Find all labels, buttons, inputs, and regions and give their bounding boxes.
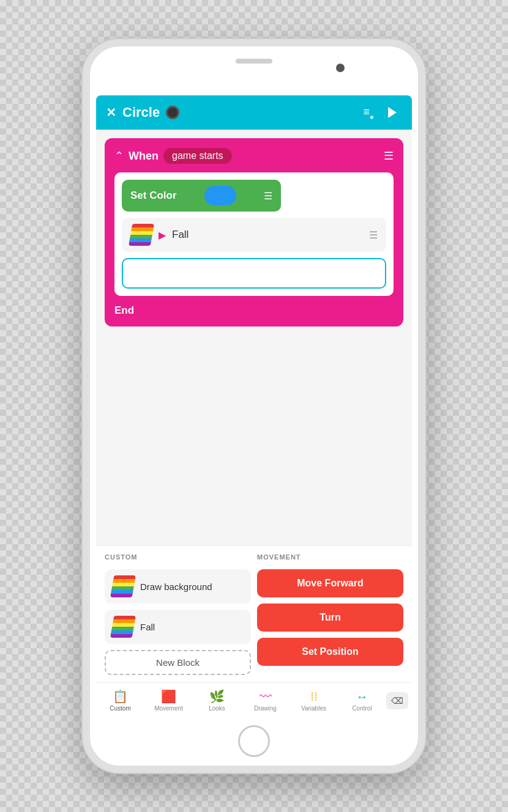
top-bar-left: ✕ Circle bbox=[106, 105, 179, 120]
fall-custom-icon bbox=[110, 616, 136, 638]
set-position-button[interactable]: Set Position bbox=[257, 638, 403, 666]
when-header: ⌃ When game starts ☰ bbox=[114, 148, 394, 164]
delete-button[interactable]: ⌫ bbox=[386, 692, 408, 709]
blocks-grid: CUSTOM Draw background bbox=[96, 546, 412, 682]
top-bar: ✕ Circle ≡◉ bbox=[96, 95, 412, 130]
set-color-label: Set Color bbox=[130, 190, 177, 202]
end-label: End bbox=[114, 304, 394, 317]
home-button[interactable] bbox=[238, 725, 270, 757]
tab-control[interactable]: ↔ Control bbox=[338, 687, 386, 714]
when-block: ⌃ When game starts ☰ Set Color ☰ bbox=[105, 138, 403, 327]
phone-bottom bbox=[90, 717, 418, 766]
script-area: ⌃ When game starts ☰ Set Color ☰ bbox=[96, 130, 412, 545]
fall-block[interactable]: ▶ Fall ☰ bbox=[122, 218, 386, 252]
phone-top bbox=[90, 46, 418, 95]
movement-col: MOVEMENT Move Forward Turn Set Position bbox=[257, 553, 403, 675]
draw-background-block[interactable]: Draw background bbox=[105, 569, 251, 603]
color-oval[interactable] bbox=[204, 186, 236, 205]
new-block-button[interactable]: New Block bbox=[105, 650, 251, 675]
fall-custom-block[interactable]: Fall bbox=[105, 610, 251, 644]
when-header-left: ⌃ When game starts bbox=[114, 148, 232, 164]
variables-tab-icon: ⁞⁞ bbox=[310, 689, 318, 704]
list-icon[interactable]: ≡◉ bbox=[363, 106, 374, 120]
speaker bbox=[236, 59, 272, 64]
turn-button[interactable]: Turn bbox=[257, 603, 403, 632]
custom-section-label: CUSTOM bbox=[105, 553, 251, 561]
when-label: When bbox=[129, 150, 159, 163]
page-title: Circle bbox=[122, 105, 160, 120]
blocks-container: Set Color ☰ bbox=[114, 172, 394, 296]
game-starts-pill[interactable]: game starts bbox=[163, 148, 232, 164]
top-bar-right: ≡◉ bbox=[363, 103, 402, 122]
tab-bar: 📋 Custom 🟥 Movement 🌿 Looks 〰 Drawing ⁞⁞ bbox=[96, 682, 412, 717]
looks-tab-label: Looks bbox=[209, 705, 225, 712]
movement-tab-icon: 🟥 bbox=[161, 689, 176, 704]
fall-block-left: ▶ Fall bbox=[130, 224, 189, 246]
arrow-right-icon: ▶ bbox=[159, 229, 166, 241]
tab-drawing[interactable]: 〰 Drawing bbox=[241, 687, 289, 714]
phone-screen: ✕ Circle ≡◉ ⌃ When game starts bbox=[96, 95, 412, 717]
drawing-tab-label: Drawing bbox=[254, 705, 277, 712]
control-tab-icon: ↔ bbox=[356, 690, 368, 704]
tab-custom[interactable]: 📋 Custom bbox=[96, 687, 144, 714]
variables-tab-label: Variables bbox=[301, 705, 326, 712]
custom-tab-icon: 📋 bbox=[113, 689, 128, 704]
stripe-purple bbox=[129, 242, 151, 246]
play-button[interactable] bbox=[383, 103, 402, 122]
set-color-menu-icon[interactable]: ☰ bbox=[264, 190, 272, 202]
close-icon[interactable]: ✕ bbox=[106, 105, 116, 120]
movement-tab-label: Movement bbox=[154, 705, 183, 712]
control-tab-label: Control bbox=[352, 705, 372, 712]
tab-looks[interactable]: 🌿 Looks bbox=[193, 687, 241, 714]
movement-section-label: MOVEMENT bbox=[257, 553, 403, 561]
fall-label: Fall bbox=[172, 229, 189, 241]
camera-toggle[interactable] bbox=[166, 106, 179, 119]
bottom-panel: CUSTOM Draw background bbox=[96, 545, 412, 717]
draw-bg-icon bbox=[110, 575, 136, 597]
fall-menu-icon[interactable]: ☰ bbox=[369, 229, 378, 241]
tab-movement[interactable]: 🟥 Movement bbox=[144, 687, 193, 714]
looks-tab-icon: 🌿 bbox=[209, 689, 225, 704]
empty-slot[interactable] bbox=[122, 258, 386, 289]
front-camera bbox=[336, 64, 345, 72]
set-color-block[interactable]: Set Color ☰ bbox=[122, 180, 281, 212]
custom-col: CUSTOM Draw background bbox=[105, 553, 251, 675]
tab-variables[interactable]: ⁞⁞ Variables bbox=[289, 687, 338, 714]
drawing-tab-icon: 〰 bbox=[260, 690, 272, 704]
custom-tab-label: Custom bbox=[110, 705, 130, 712]
block-menu-icon[interactable]: ☰ bbox=[384, 149, 394, 163]
draw-background-label: Draw background bbox=[140, 581, 212, 592]
fall-custom-label: Fall bbox=[140, 622, 155, 632]
phone-device: ✕ Circle ≡◉ ⌃ When game starts bbox=[83, 39, 425, 773]
play-icon bbox=[388, 107, 397, 118]
rainbow-icon bbox=[129, 224, 154, 246]
move-forward-button[interactable]: Move Forward bbox=[257, 569, 403, 597]
chevron-up-icon[interactable]: ⌃ bbox=[114, 149, 124, 163]
new-block-label: New Block bbox=[156, 657, 200, 668]
